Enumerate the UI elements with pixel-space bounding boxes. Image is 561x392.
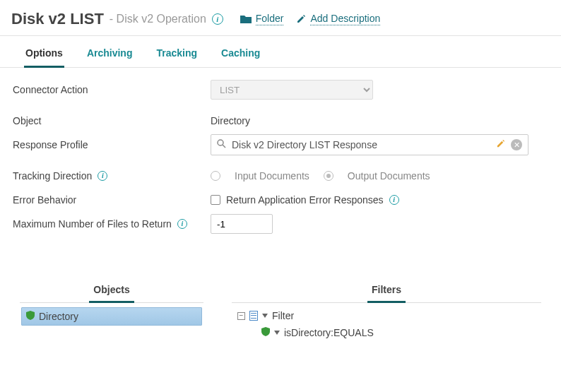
response-profile-label: Response Profile <box>13 139 211 150</box>
info-icon[interactable]: i <box>389 195 399 205</box>
lower-panels: Objects Directory Filters − Filter <box>0 240 561 352</box>
filter-root-label: Filter <box>272 310 294 321</box>
object-label: Object <box>13 115 211 126</box>
page-header: Disk v2 LIST - Disk v2 Operation i Folde… <box>0 0 561 36</box>
tab-caching[interactable]: Caching <box>220 43 261 67</box>
row-max-files: Maximum Number of Files to Return i <box>13 212 548 236</box>
tracking-direction-label: Tracking Direction i <box>13 170 211 182</box>
folder-link[interactable]: Folder <box>256 13 284 25</box>
row-connector-action: Connector Action LIST <box>13 78 548 102</box>
response-profile-field[interactable]: Disk v2 Directory LIST Response ✕ <box>211 134 528 155</box>
pencil-icon <box>296 14 306 24</box>
add-description-action[interactable]: Add Description <box>296 13 380 25</box>
max-files-label: Maximum Number of Files to Return i <box>13 218 211 230</box>
object-value: Directory <box>211 115 548 126</box>
page-title: Disk v2 LIST <box>11 10 104 28</box>
folder-icon <box>240 14 252 24</box>
error-checkbox-label: Return Application Error Responses <box>226 194 384 206</box>
objects-tree: Directory <box>20 303 203 330</box>
filter-group-icon <box>249 311 258 321</box>
error-behavior-label: Error Behavior <box>13 194 211 206</box>
page-subtitle: - Disk v2 Operation <box>110 13 206 25</box>
options-form: Connector Action LIST Object Directory R… <box>0 68 561 240</box>
search-icon <box>217 139 226 150</box>
filter-root-row[interactable]: − Filter <box>233 307 540 324</box>
row-response-profile: Response Profile Disk v2 Directory LIST … <box>13 133 548 157</box>
max-files-input[interactable] <box>211 214 273 234</box>
collapse-icon[interactable]: − <box>237 312 245 320</box>
tab-archiving[interactable]: Archiving <box>85 43 134 67</box>
filters-panel: Filters − Filter isDirectory:EQUALS <box>232 280 541 345</box>
info-icon[interactable]: i <box>212 13 223 25</box>
tab-options[interactable]: Options <box>24 43 64 68</box>
objects-tree-item-directory[interactable]: Directory <box>21 307 202 326</box>
radio-input-label: Input Documents <box>235 170 309 182</box>
filter-child-label: isDirectory:EQUALS <box>284 327 374 338</box>
row-tracking-direction: Tracking Direction i Input Documents Out… <box>13 164 548 188</box>
radio-output-documents[interactable] <box>324 171 333 181</box>
tab-tracking[interactable]: Tracking <box>155 43 199 67</box>
error-behavior-checkbox-row: Return Application Error Responses i <box>211 194 548 206</box>
main-tabs: Options Archiving Tracking Caching <box>0 36 561 68</box>
connector-action-label: Connector Action <box>13 84 211 95</box>
filters-tab[interactable]: Filters <box>367 280 406 303</box>
tree-item-label: Directory <box>39 311 78 322</box>
info-icon[interactable]: i <box>177 219 187 229</box>
objects-panel: Objects Directory <box>20 280 203 345</box>
chevron-down-icon <box>262 314 268 318</box>
info-icon[interactable]: i <box>98 171 107 181</box>
folder-action[interactable]: Folder <box>240 13 284 25</box>
objects-tab[interactable]: Objects <box>89 280 134 303</box>
svg-point-0 <box>218 140 223 145</box>
error-behavior-checkbox[interactable] <box>211 195 220 205</box>
radio-input-documents[interactable] <box>211 171 220 181</box>
connector-action-select: LIST <box>211 80 373 100</box>
tracking-direction-radios: Input Documents Output Documents <box>211 170 548 182</box>
row-error-behavior: Error Behavior Return Application Error … <box>13 188 548 212</box>
filter-child-row[interactable]: isDirectory:EQUALS <box>233 324 540 341</box>
row-object: Object Directory <box>13 109 548 133</box>
response-profile-value: Disk v2 Directory LIST Response <box>232 139 490 150</box>
svg-line-1 <box>223 145 225 148</box>
shield-icon <box>26 311 35 322</box>
edit-profile-icon[interactable] <box>496 139 505 150</box>
chevron-down-icon <box>274 331 280 335</box>
radio-output-label: Output Documents <box>348 170 430 182</box>
filters-tree: − Filter isDirectory:EQUALS <box>232 303 541 345</box>
add-description-link[interactable]: Add Description <box>310 13 380 25</box>
shield-icon <box>261 327 270 338</box>
clear-profile-icon[interactable]: ✕ <box>511 139 522 150</box>
header-actions: Folder Add Description <box>240 13 381 25</box>
